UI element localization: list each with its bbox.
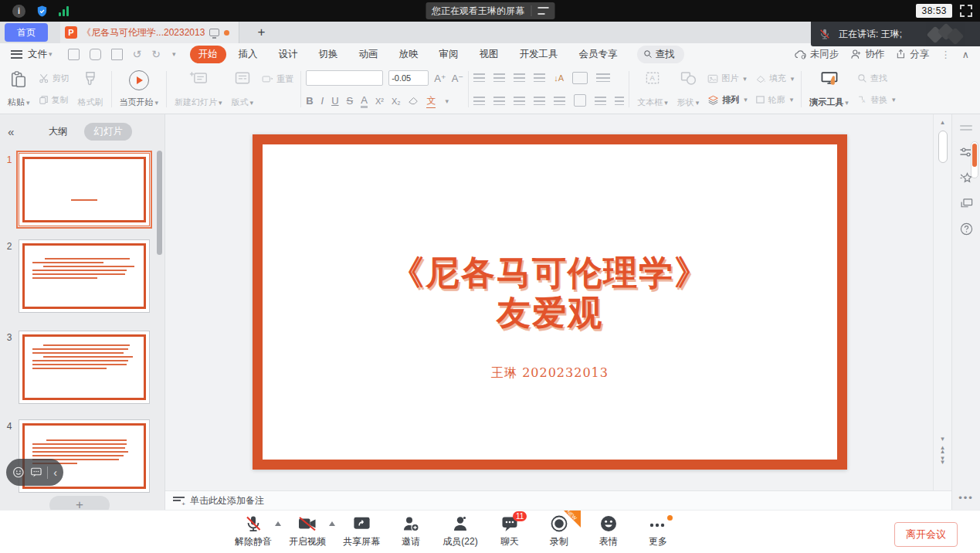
justify-icon[interactable] <box>534 97 545 105</box>
replace-button[interactable]: A 替换 ▾ <box>855 93 898 107</box>
record-button[interactable]: 录制 NEW <box>534 514 584 548</box>
notes-bar[interactable]: 单击此处添加备注 <box>165 490 951 510</box>
ribbon-tab-slideshow[interactable]: 放映 <box>391 46 427 63</box>
decrease-font-button[interactable]: A⁻ <box>452 73 464 84</box>
slide-thumbnail-2[interactable] <box>19 239 150 313</box>
text-direction-button[interactable]: ↓A <box>554 73 564 83</box>
font-color-button[interactable]: A <box>361 94 368 108</box>
network-signal-icon[interactable] <box>59 6 69 16</box>
collapse-ribbon-icon[interactable]: ∧ <box>962 49 969 60</box>
subscript-button[interactable]: X₂ <box>392 97 401 106</box>
copy-button[interactable]: 复制 <box>36 93 72 107</box>
find-button[interactable]: 查找 <box>637 46 684 63</box>
windows-squares-icon[interactable] <box>960 198 973 209</box>
more-button[interactable]: 更多 <box>633 514 683 548</box>
increase-font-button[interactable]: A⁺ <box>434 73 446 84</box>
ribbon-tab-member[interactable]: 会员专享 <box>571 46 626 63</box>
picture-button[interactable]: 图片 ▾ <box>705 72 750 85</box>
share-screen-button[interactable]: 共享屏幕 <box>337 514 386 548</box>
strikethrough-button[interactable]: S <box>347 95 354 107</box>
reset-button[interactable]: 重置 <box>259 73 296 86</box>
slide-layout-button[interactable]: 版式▾ <box>229 68 257 110</box>
outline-tab[interactable]: 大纲 <box>39 123 76 141</box>
quick-chat-icon[interactable] <box>30 466 42 478</box>
info-icon[interactable]: i <box>12 5 25 18</box>
undo-icon[interactable]: ↺ <box>133 48 142 60</box>
new-slide-button[interactable]: 新建幻灯片▾ <box>171 68 226 110</box>
meeting-menu-icon[interactable] <box>537 7 548 15</box>
maximize-icon[interactable] <box>960 5 972 17</box>
print-icon[interactable] <box>90 49 101 60</box>
ribbon-tab-animation[interactable]: 动画 <box>351 46 387 63</box>
play-from-current-button[interactable]: 当页开始▾ <box>117 68 162 110</box>
increase-indent-icon[interactable] <box>534 73 545 82</box>
scroll-up-icon[interactable]: ▴ <box>941 119 944 126</box>
ribbon-tab-developer[interactable]: 开发工具 <box>511 46 567 63</box>
unmute-button[interactable]: 解除静音 <box>229 514 278 548</box>
font-size-input[interactable] <box>388 70 429 86</box>
emoji-button[interactable]: 表情 <box>584 514 633 548</box>
panel-more-icon[interactable]: ••• <box>958 492 974 504</box>
sidebar-collapse-icon[interactable]: « <box>8 125 14 138</box>
char-spacing-icon[interactable] <box>596 73 610 82</box>
font-name-input[interactable] <box>306 70 383 86</box>
panel-handle-icon[interactable] <box>960 125 972 133</box>
slides-tab[interactable]: 幻灯片 <box>84 123 132 141</box>
shield-icon[interactable] <box>36 5 49 18</box>
leave-meeting-button[interactable]: 离开会议 <box>894 522 958 547</box>
panel-scrollbar[interactable] <box>971 141 978 178</box>
slide-thumbnail-1[interactable] <box>19 153 150 226</box>
shapes-button[interactable]: 形状▾ <box>674 68 703 110</box>
outline-button[interactable]: 轮廓 ▾ <box>753 93 797 107</box>
slide-subtitle[interactable]: 王琳 2020232013 <box>491 365 609 382</box>
find-ribbon-button[interactable]: 查找 <box>855 72 898 85</box>
invite-button[interactable]: 邀请 <box>386 514 436 548</box>
distribute-icon[interactable] <box>554 97 565 105</box>
collapse-pill-icon[interactable]: ‹ <box>53 466 57 479</box>
chat-button[interactable]: 聊天 11 <box>485 514 534 548</box>
ribbon-tab-design[interactable]: 设计 <box>270 46 307 63</box>
file-menu[interactable]: 文件 <box>28 48 47 61</box>
align-left-icon[interactable] <box>473 97 485 105</box>
collaborate-button[interactable]: 协作 <box>850 48 884 61</box>
ribbon-tab-view[interactable]: 视图 <box>471 46 507 63</box>
ribbon-tab-home[interactable]: 开始 <box>190 46 226 63</box>
more-menu-icon[interactable]: ⋮ <box>941 49 951 60</box>
share-button[interactable]: 分享 <box>896 48 929 61</box>
help-icon[interactable] <box>960 222 973 236</box>
clear-format-eraser-icon[interactable] <box>408 96 419 106</box>
current-slide[interactable]: 《尼各马可伦理学》 友爱观 王琳 2020232013 <box>253 134 847 470</box>
reaction-emoji-icon[interactable] <box>12 466 25 479</box>
numbered-list-icon[interactable] <box>493 73 505 82</box>
format-painter-button[interactable]: 格式刷 <box>75 68 107 110</box>
new-tab-button[interactable]: + <box>252 25 270 40</box>
ribbon-tab-review[interactable]: 审阅 <box>431 46 467 63</box>
home-tab-button[interactable]: 首页 <box>5 23 48 42</box>
paragraph-spacing-icon[interactable] <box>615 97 624 105</box>
redo-icon[interactable]: ↻ <box>151 48 161 60</box>
members-button[interactable]: 成员(22) <box>436 514 485 548</box>
print-preview-icon[interactable] <box>111 49 123 60</box>
cut-button[interactable]: 剪切 <box>36 72 72 85</box>
meeting-reactions-pill[interactable]: ‹ <box>6 459 63 486</box>
paste-button[interactable]: 粘贴▾ <box>5 68 33 110</box>
text-box-button[interactable]: A 文本框▾ <box>634 68 671 110</box>
italic-button[interactable]: I <box>321 95 324 107</box>
start-video-button[interactable]: 开启视频 <box>283 514 332 548</box>
columns-icon[interactable] <box>574 94 586 107</box>
next-slide-icon[interactable]: ▾▾ <box>941 456 944 464</box>
quick-access-caret-icon[interactable]: ▾ <box>172 50 176 58</box>
line-spacing-icon[interactable] <box>595 97 606 105</box>
underline-button[interactable]: U <box>331 95 338 107</box>
superscript-button[interactable]: X² <box>375 97 384 106</box>
fill-button[interactable]: 填充 ▾ <box>753 72 797 85</box>
document-scrollbar[interactable]: ▴ ▾ ▴▴ ▾▾ <box>933 114 951 490</box>
sync-status-button[interactable]: 未同步 <box>795 48 839 61</box>
phonetic-guide-button[interactable]: 文 <box>426 94 436 108</box>
sidebar-scrollbar[interactable] <box>157 151 162 255</box>
presentation-tools-button[interactable]: 演示工具▾ <box>806 68 852 110</box>
watching-screen-pill[interactable]: 您正在观看王琳的屏幕 <box>426 2 554 19</box>
decrease-indent-icon[interactable] <box>514 73 525 82</box>
slide-thumbnail-3[interactable] <box>19 331 150 404</box>
previous-slide-icon[interactable]: ▴▴ <box>941 446 944 453</box>
